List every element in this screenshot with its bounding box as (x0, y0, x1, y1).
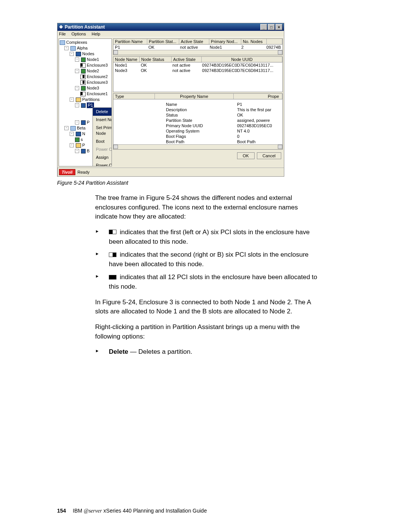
col-header[interactable] (267, 39, 282, 44)
col-header[interactable]: Partition Stat... (147, 39, 179, 44)
tree-alpha[interactable]: Alpha (77, 45, 88, 51)
expander-icon[interactable]: - (75, 103, 79, 107)
col-header[interactable]: Node UUID (202, 57, 282, 62)
node-grid[interactable]: Node Name Node Status Active State Node … (113, 56, 283, 92)
node-icon (81, 58, 86, 62)
expander-icon[interactable]: - (64, 126, 68, 130)
tree-p2[interactable]: P (87, 120, 89, 125)
col-header[interactable]: Partition Name (113, 39, 147, 44)
tree-beta-n[interactable]: N (82, 131, 85, 137)
menubar: File Options Help (57, 31, 284, 37)
minimize-button[interactable]: _ (260, 24, 267, 30)
table-row[interactable]: Node3 OK not active 09274B3D195EC0D7EC6D… (113, 68, 282, 73)
node-icon (81, 69, 86, 73)
expander-icon[interactable]: - (75, 120, 79, 125)
enclosure-icon (80, 92, 86, 96)
nodes-icon (76, 132, 81, 136)
table-row[interactable]: NameP1 (113, 102, 282, 107)
cancel-button[interactable]: Cancel (257, 152, 281, 159)
expander-icon[interactable]: - (75, 86, 79, 90)
ok-button[interactable]: OK (237, 152, 255, 159)
table-row[interactable]: Primary Node UUID09274B3D195EC0 (113, 123, 282, 128)
partition-grid[interactable]: Partition Name Partition Stat... Active … (113, 38, 283, 55)
tree-enc3a[interactable]: Enclosure3 (87, 62, 108, 68)
tree-beta-p[interactable]: P (82, 142, 85, 148)
expander-icon[interactable]: - (75, 58, 79, 62)
tree-pane[interactable]: Complexes -Alpha -Nodes -Node1 Enclosure… (59, 38, 112, 166)
enclosure-b-icon (109, 252, 116, 257)
horizontal-scrollbar[interactable] (113, 50, 282, 55)
table-row[interactable]: Boot Flags0 (113, 134, 282, 139)
tree-beta-b[interactable]: B (87, 148, 89, 154)
enclosure-a-icon (109, 230, 116, 234)
partition-icon (81, 103, 86, 108)
context-menu: Delete Insert Node▶ Set Primary Node▶ Bo… (92, 107, 112, 166)
tree-beta-s[interactable]: s (81, 137, 83, 142)
paragraph: In Figure 5-24, Enclosure 3 is connected… (95, 298, 320, 316)
col-header[interactable]: No. Nodes (241, 39, 267, 44)
node-icon (75, 137, 80, 142)
figure-caption: Figure 5-24 Partition Assistant (57, 180, 381, 186)
tree-enc2[interactable]: Enclosure2 (87, 74, 108, 80)
tree-node1[interactable]: Node1 (87, 57, 99, 62)
nodes-icon (76, 52, 81, 56)
partitions-icon (76, 143, 81, 148)
list-item: Delete — Deletes a partition. (95, 347, 320, 357)
list-item: indicates that all 12 PCI slots in the e… (95, 273, 320, 291)
property-grid[interactable]: Type Property Name Prope NameP1 Descript… (113, 93, 283, 150)
tree-node3[interactable]: Node3 (87, 85, 99, 91)
menu-options[interactable]: Options (72, 32, 86, 36)
partition-icon (81, 149, 86, 153)
enclosure-b-icon (80, 80, 86, 85)
table-row[interactable]: DescriptionThis is the first par (113, 107, 282, 112)
table-row[interactable]: P1 OK not active Node1 2 09274B (113, 45, 282, 50)
expander-icon[interactable]: - (75, 149, 79, 153)
expander-icon[interactable]: - (64, 46, 68, 50)
ctx-insert-node[interactable]: Insert Node▶ (93, 116, 112, 124)
body-text: The tree frame in Figure 5-24 shows the … (95, 193, 320, 357)
col-header[interactable]: Prope (234, 94, 282, 99)
table-row[interactable]: Boot PathBoot Path (113, 139, 282, 144)
ctx-power-on-hold[interactable]: Power On Hold (93, 161, 112, 166)
tree-nodes[interactable]: Nodes (82, 51, 94, 57)
partition-icon (81, 120, 86, 125)
ctx-set-primary-node[interactable]: Set Primary Node▶ (93, 124, 112, 137)
tree-enc3b[interactable]: Enclosure3 (87, 80, 108, 85)
enclosure-full-icon (109, 275, 116, 280)
expander-icon[interactable]: - (70, 52, 74, 56)
table-row[interactable]: Node1 OK not active 09274B3D195EC0D7EC6D… (113, 62, 282, 68)
titlebar[interactable]: ❖ Partition Assistant _ □ × (57, 23, 284, 31)
col-header[interactable]: Node Status (140, 57, 172, 62)
horizontal-scrollbar[interactable] (113, 144, 282, 149)
paragraph: Right-clicking a partition in Partition … (95, 323, 320, 341)
expander-icon[interactable]: - (75, 69, 79, 73)
table-row[interactable]: Operating SystemNT 4.0 (113, 128, 282, 134)
maximize-button[interactable]: □ (268, 24, 275, 30)
complexes-icon (60, 40, 65, 45)
tree-enc1[interactable]: Enclosure1 (87, 91, 108, 97)
expander-icon[interactable]: - (70, 97, 74, 102)
ctx-delete[interactable]: Delete (93, 108, 112, 116)
col-header[interactable]: Property Name (155, 94, 234, 99)
group-icon (70, 46, 76, 51)
expander-icon[interactable]: - (70, 143, 74, 147)
table-row[interactable]: StatusOK (113, 112, 282, 118)
expander-icon[interactable]: - (70, 132, 74, 136)
col-header[interactable]: Node Name (113, 57, 140, 62)
tree-partitions[interactable]: Partitions (82, 97, 100, 102)
menu-file[interactable]: File (59, 32, 66, 36)
menu-help[interactable]: Help (92, 32, 100, 36)
close-button[interactable]: × (276, 24, 282, 30)
paragraph: The tree frame in Figure 5-24 shows the … (95, 193, 320, 222)
table-row[interactable]: Partition Stateassigned, powere (113, 118, 282, 123)
tree-node2[interactable]: Node2 (87, 68, 99, 74)
col-header[interactable]: Type (113, 94, 155, 99)
ctx-boot[interactable]: Boot (93, 137, 112, 145)
col-header[interactable]: Active State (172, 57, 202, 62)
col-header[interactable]: Active State (179, 39, 209, 44)
col-header[interactable]: Primary Nod... (209, 39, 241, 44)
partitions-icon (76, 97, 81, 102)
ctx-assign[interactable]: Assign (93, 153, 112, 161)
tree-root[interactable]: Complexes (66, 40, 87, 45)
tree-beta[interactable]: Beta (77, 125, 86, 131)
